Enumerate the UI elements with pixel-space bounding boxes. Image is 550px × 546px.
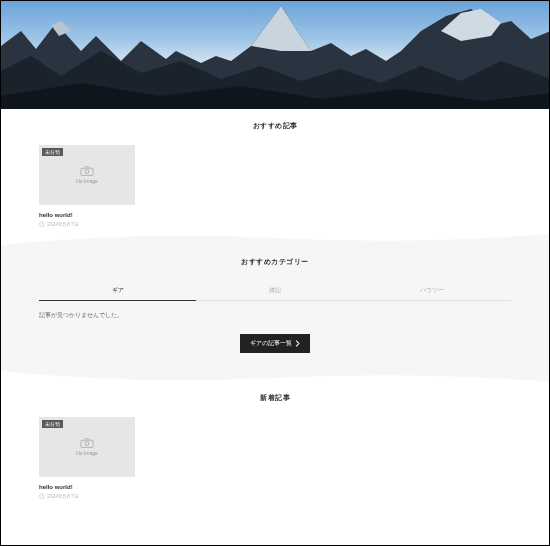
no-image-label: No Image	[76, 450, 98, 456]
svg-point-10	[85, 442, 89, 446]
article-card[interactable]: 未分類 No Image hello world! 2024年8月7日	[39, 417, 135, 499]
empty-message: 記事が見つかりませんでした。	[39, 311, 511, 320]
chevron-right-icon	[295, 340, 300, 347]
tab-gear[interactable]: ギア	[39, 281, 196, 301]
svg-point-7	[85, 170, 89, 174]
card-title: hello world!	[39, 212, 135, 218]
camera-icon	[80, 166, 94, 176]
card-title: hello world!	[39, 484, 135, 490]
category-tabs: ギア 旅記 ハウツー	[39, 281, 511, 301]
article-card[interactable]: 未分類 No Image hello world! 2024年8月7日	[39, 145, 135, 227]
section-title: おすすめ記事	[39, 121, 511, 131]
latest-section: 新着記事 未分類 No Image hello world! 2024年8月7日	[1, 371, 549, 517]
category-badge: 未分類	[42, 420, 63, 428]
section-title: 新着記事	[39, 393, 511, 403]
card-thumbnail: 未分類 No Image	[39, 417, 135, 477]
no-image-label: No Image	[76, 178, 98, 184]
card-date: 2024年8月7日	[39, 493, 135, 499]
hero-image	[1, 1, 549, 109]
clock-icon	[39, 221, 45, 227]
clock-icon	[39, 493, 45, 499]
categories-section: おすすめカテゴリー ギア 旅記 ハウツー 記事が見つかりませんでした。 ギアの記…	[1, 245, 549, 371]
view-all-button[interactable]: ギアの記事一覧	[240, 334, 310, 353]
section-title: おすすめカテゴリー	[39, 257, 511, 267]
tab-travel[interactable]: 旅記	[196, 281, 353, 300]
tab-howto[interactable]: ハウツー	[354, 281, 511, 300]
wave-divider	[1, 231, 549, 245]
card-thumbnail: 未分類 No Image	[39, 145, 135, 205]
category-badge: 未分類	[42, 148, 63, 156]
svg-marker-1	[251, 6, 311, 51]
recommended-section: おすすめ記事 未分類 No Image hello world! 2024年8月…	[1, 109, 549, 245]
card-date: 2024年8月7日	[39, 221, 135, 227]
camera-icon	[80, 438, 94, 448]
